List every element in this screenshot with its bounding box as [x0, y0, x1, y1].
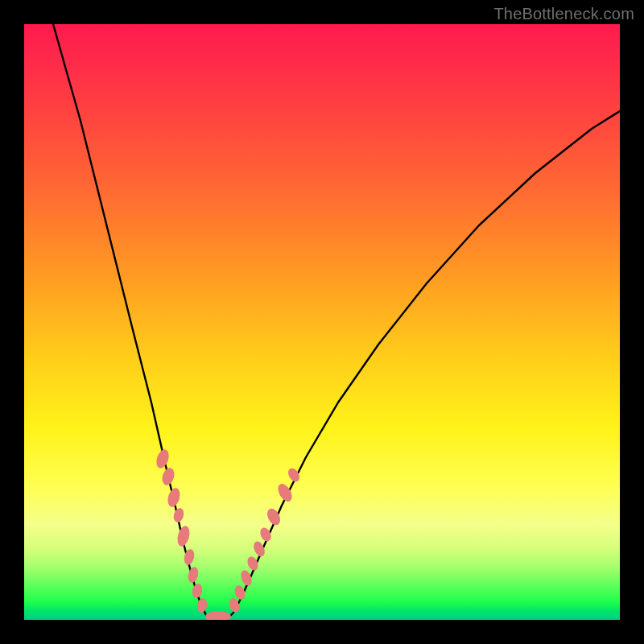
marker-3	[172, 507, 185, 524]
marker-2	[166, 487, 182, 509]
marker-6	[187, 566, 200, 584]
curve-layer	[24, 24, 620, 620]
marker-9	[205, 611, 231, 620]
marker-1	[160, 466, 176, 486]
watermark-text: TheBottleneck.com	[493, 5, 634, 23]
marker-8	[196, 597, 208, 613]
chart-frame: TheBottleneck.com	[0, 0, 644, 644]
plot-area	[24, 24, 620, 620]
marker-13	[246, 555, 260, 572]
marker-4	[175, 525, 192, 548]
curve-right-arm	[227, 111, 620, 619]
marker-12	[239, 568, 254, 587]
marker-10	[228, 597, 242, 614]
marker-7	[191, 583, 203, 599]
marker-11	[233, 584, 246, 601]
marker-0	[155, 448, 171, 469]
